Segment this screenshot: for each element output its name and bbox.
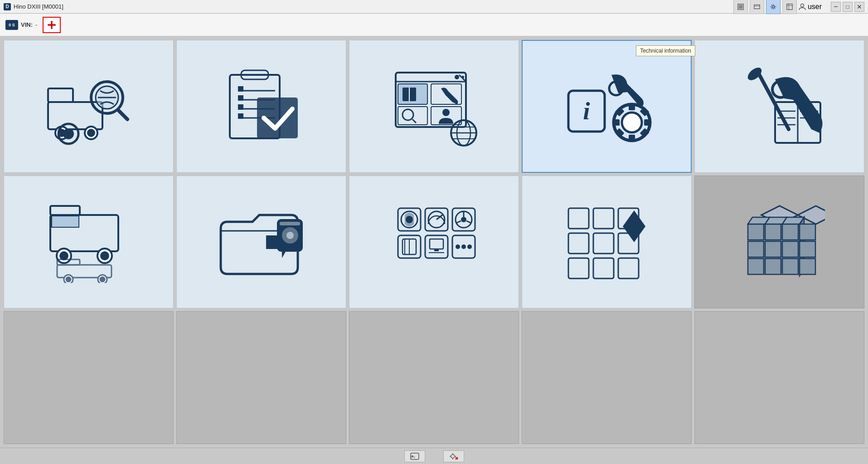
svg-point-16	[88, 130, 94, 136]
toolbar-btn-settings[interactable]	[766, 0, 781, 14]
title-bar: D Hino DXIII [M0001]	[0, 0, 868, 14]
add-vehicle-button[interactable]	[43, 17, 61, 33]
title-bar-left: D Hino DXIII [M0001]	[4, 3, 63, 10]
svg-rect-133	[765, 241, 781, 257]
svg-rect-1	[739, 5, 743, 9]
minimize-button[interactable]: −	[831, 2, 841, 12]
svg-rect-134	[782, 241, 798, 257]
toolbar-btn-2[interactable]	[750, 0, 764, 14]
svg-point-87	[100, 277, 105, 282]
svg-rect-58	[629, 135, 635, 142]
tile-technical-info[interactable]: i Technical information	[522, 40, 692, 173]
svg-line-19	[118, 110, 127, 119]
toolbar-btn-help[interactable]	[782, 0, 797, 14]
svg-line-103	[466, 221, 471, 223]
svg-rect-119	[568, 233, 589, 254]
vin-value: -	[35, 21, 37, 28]
svg-rect-5	[787, 4, 792, 9]
tile-data-backup[interactable]	[176, 176, 346, 308]
tile-inspection[interactable]	[176, 40, 346, 173]
svg-rect-28	[238, 86, 243, 92]
svg-rect-91	[280, 222, 300, 225]
tile-service-support[interactable]	[349, 40, 519, 173]
svg-rect-122	[568, 258, 589, 278]
svg-rect-31	[238, 113, 243, 119]
svg-point-79	[60, 252, 68, 259]
toolbar: 0 S VIN: -	[0, 14, 868, 36]
maximize-button[interactable]: □	[843, 2, 853, 12]
svg-rect-132	[748, 241, 764, 257]
user-section: user	[799, 3, 822, 11]
svg-point-94	[406, 216, 413, 223]
svg-rect-60	[644, 119, 651, 126]
bottom-btn-log[interactable]: 0 S	[404, 450, 425, 462]
vin-icon: 0 S	[5, 20, 18, 30]
tile-empty-5	[694, 311, 864, 444]
svg-rect-146	[800, 259, 815, 274]
tile-empty-1	[4, 311, 174, 444]
tile-3d-cube[interactable]	[694, 176, 864, 308]
svg-point-8	[800, 4, 804, 7]
svg-marker-125	[623, 210, 645, 242]
user-label: user	[808, 3, 822, 11]
svg-point-21	[63, 128, 74, 139]
svg-point-90	[286, 232, 294, 239]
svg-rect-12	[48, 88, 73, 102]
svg-rect-76	[50, 206, 80, 215]
user-icon	[799, 3, 806, 10]
window-controls[interactable]: user − □ ✕	[733, 0, 864, 14]
window-title: Hino DXIII [M0001]	[14, 3, 63, 10]
tile-diagnostics[interactable]	[4, 40, 174, 173]
vin-label: VIN:	[21, 21, 33, 28]
svg-rect-137	[782, 259, 798, 274]
tile-empty-3	[349, 311, 519, 444]
svg-rect-136	[765, 259, 781, 274]
bottom-bar: 0 S	[0, 448, 868, 464]
svg-point-115	[467, 244, 472, 249]
svg-rect-110	[434, 249, 439, 251]
main-grid: i Technical information	[0, 36, 868, 448]
svg-rect-29	[238, 95, 243, 101]
svg-point-44	[402, 109, 413, 120]
svg-point-85	[66, 277, 71, 282]
svg-rect-59	[612, 119, 620, 126]
svg-rect-30	[238, 104, 243, 110]
svg-rect-117	[593, 208, 614, 229]
settings-x-icon	[449, 453, 458, 460]
svg-text:i: i	[583, 97, 590, 125]
vin-section: 0 S VIN: -	[5, 20, 37, 30]
bottom-btn-settings-x[interactable]	[443, 450, 464, 462]
svg-point-150	[451, 454, 455, 458]
svg-rect-57	[629, 103, 635, 110]
log-icon: 0 S	[410, 453, 419, 460]
svg-point-46	[442, 109, 450, 116]
tile-vehicle-settings[interactable]	[349, 176, 519, 308]
svg-point-81	[101, 252, 108, 259]
svg-point-113	[456, 244, 460, 249]
svg-rect-109	[430, 239, 443, 249]
toolbar-btn-1[interactable]	[733, 0, 748, 14]
svg-rect-144	[800, 224, 815, 240]
tile-repair-manual[interactable]	[694, 40, 864, 173]
tile-vehicle-history[interactable]	[4, 176, 174, 308]
close-button[interactable]: ✕	[854, 2, 864, 12]
tile-customize[interactable]	[522, 176, 692, 308]
app-icon: D	[4, 3, 11, 10]
svg-point-35	[455, 75, 459, 79]
svg-rect-2	[754, 5, 760, 9]
svg-point-100	[461, 217, 466, 222]
svg-line-102	[456, 221, 461, 223]
svg-line-45	[412, 119, 416, 123]
svg-rect-123	[593, 258, 614, 278]
svg-rect-77	[52, 216, 79, 227]
tile-empty-2	[176, 311, 346, 444]
svg-rect-124	[618, 258, 639, 278]
tooltip-technical-info: Technical information	[636, 45, 695, 56]
svg-rect-145	[800, 241, 815, 257]
svg-rect-131	[782, 224, 798, 240]
svg-rect-130	[765, 224, 781, 240]
svg-text:0 S: 0 S	[411, 456, 415, 459]
svg-point-114	[461, 244, 466, 249]
svg-rect-116	[568, 208, 589, 229]
tile-empty-4	[522, 311, 692, 444]
